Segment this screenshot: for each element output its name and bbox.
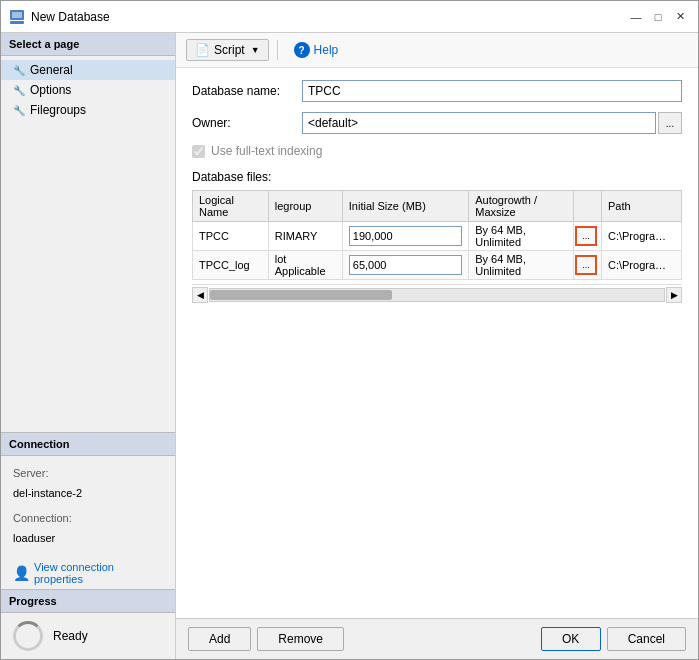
- nav-item-filegroups[interactable]: 🔧 Filegroups: [1, 100, 175, 120]
- server-label: Server: del-instance-2: [13, 464, 163, 504]
- fulltext-label: Use full-text indexing: [211, 144, 322, 158]
- dropdown-arrow-icon: ▼: [251, 45, 260, 55]
- right-panel: 📄 Script ▼ ? Help Database name:: [176, 33, 698, 659]
- script-label: Script: [214, 43, 245, 57]
- fulltext-checkbox[interactable]: [192, 145, 205, 158]
- dialog-body: Select a page 🔧 General 🔧 Options 🔧 File…: [1, 33, 698, 659]
- cancel-button[interactable]: Cancel: [607, 627, 686, 651]
- select-page-header: Select a page: [1, 33, 175, 56]
- nav-label-options: Options: [30, 83, 71, 97]
- person-icon: 👤: [13, 565, 30, 581]
- nav-item-options[interactable]: 🔧 Options: [1, 80, 175, 100]
- col-initial-size: Initial Size (MB): [342, 191, 468, 222]
- scroll-right-icon[interactable]: ▶: [666, 287, 682, 303]
- dialog-title: New Database: [31, 10, 110, 24]
- toolbar-divider: [277, 40, 278, 60]
- server-value: del-instance-2: [13, 487, 82, 499]
- progress-content: Ready: [1, 613, 175, 659]
- row1-size-input[interactable]: [349, 226, 462, 246]
- title-bar-left: New Database: [9, 9, 110, 25]
- owner-browse-button[interactable]: ...: [658, 112, 682, 134]
- db-files-table: Logical Name legroup Initial Size (MB) A…: [192, 190, 682, 280]
- add-button[interactable]: Add: [188, 627, 251, 651]
- close-button[interactable]: ✕: [670, 7, 690, 27]
- dialog-icon: [9, 9, 25, 25]
- table-row: TPCC_log lot Applicable By 64 MB, Unlimi…: [193, 251, 682, 280]
- wrench-icon-general: 🔧: [13, 65, 25, 76]
- owner-input[interactable]: [302, 112, 656, 134]
- connection-section: Connection Server: del-instance-2 Connec…: [1, 432, 175, 589]
- svg-rect-2: [12, 12, 22, 18]
- horizontal-scrollbar: ◀ ▶: [192, 284, 682, 305]
- add-remove-group: Add Remove: [188, 627, 344, 651]
- fulltext-checkbox-row: Use full-text indexing: [192, 144, 682, 158]
- row2-logical-name: TPCC_log: [193, 251, 269, 280]
- view-connection-properties-link[interactable]: 👤 View connection properties: [1, 557, 175, 589]
- row2-filegroup: lot Applicable: [268, 251, 342, 280]
- row1-browse-button[interactable]: ...: [575, 226, 597, 246]
- nav-item-general[interactable]: 🔧 General: [1, 60, 175, 80]
- row1-autogrowth: By 64 MB, Unlimited: [469, 222, 574, 251]
- bottom-buttons: Add Remove OK Cancel: [176, 618, 698, 659]
- db-name-row: Database name:: [192, 80, 682, 102]
- help-circle-icon: ?: [294, 42, 310, 58]
- wrench-icon-options: 🔧: [13, 85, 25, 96]
- new-database-dialog: New Database — □ ✕ Select a page 🔧 Gener…: [0, 0, 699, 660]
- row2-path: C:\Program Files\: [601, 251, 681, 280]
- db-files-label: Database files:: [192, 170, 682, 184]
- row2-browse-button[interactable]: ...: [575, 255, 597, 275]
- progress-status: Ready: [53, 629, 88, 643]
- col-filegroup: legroup: [268, 191, 342, 222]
- script-icon: 📄: [195, 43, 210, 57]
- progress-spinner: [13, 621, 43, 651]
- nav-items: 🔧 General 🔧 Options 🔧 Filegroups: [1, 56, 175, 124]
- row2-size-input[interactable]: [349, 255, 462, 275]
- main-content: Database name: Owner: ... Use full-text …: [176, 68, 698, 618]
- minimize-button[interactable]: —: [626, 7, 646, 27]
- nav-label-filegroups: Filegroups: [30, 103, 86, 117]
- nav-label-general: General: [30, 63, 73, 77]
- script-button[interactable]: 📄 Script ▼: [186, 39, 269, 61]
- view-props-label: View connection properties: [34, 561, 163, 585]
- scroll-thumb: [210, 290, 392, 300]
- left-panel: Select a page 🔧 General 🔧 Options 🔧 File…: [1, 33, 176, 659]
- col-path: Path: [601, 191, 681, 222]
- row2-initial-size[interactable]: [342, 251, 468, 280]
- connection-value: loaduser: [13, 532, 55, 544]
- svg-rect-1: [10, 21, 24, 24]
- row1-logical-name: TPCC: [193, 222, 269, 251]
- col-browse: [573, 191, 601, 222]
- help-label: Help: [314, 43, 339, 57]
- title-bar: New Database — □ ✕: [1, 1, 698, 33]
- help-button[interactable]: ? Help: [286, 39, 347, 61]
- scroll-left-icon[interactable]: ◀: [192, 287, 208, 303]
- connection-row: Connection: loaduser: [13, 509, 163, 549]
- db-name-label: Database name:: [192, 84, 302, 98]
- row1-filegroup: RIMARY: [268, 222, 342, 251]
- col-autogrowth: Autogrowth / Maxsize: [469, 191, 574, 222]
- row1-browse-cell[interactable]: ...: [573, 222, 601, 251]
- owner-row: Owner: ...: [192, 112, 682, 134]
- table-header-row: Logical Name legroup Initial Size (MB) A…: [193, 191, 682, 222]
- row1-initial-size[interactable]: [342, 222, 468, 251]
- col-logical-name: Logical Name: [193, 191, 269, 222]
- progress-section: Progress Ready: [1, 589, 175, 659]
- ok-button[interactable]: OK: [541, 627, 601, 651]
- row1-path: C:\Program Files\: [601, 222, 681, 251]
- row2-browse-cell[interactable]: ...: [573, 251, 601, 280]
- progress-header: Progress: [1, 589, 175, 613]
- owner-label: Owner:: [192, 116, 302, 130]
- toolbar: 📄 Script ▼ ? Help: [176, 33, 698, 68]
- scroll-track[interactable]: [209, 288, 665, 302]
- connection-header: Connection: [1, 432, 175, 456]
- table-row: TPCC RIMARY By 64 MB, Unlimited ... C:\P…: [193, 222, 682, 251]
- row2-autogrowth: By 64 MB, Unlimited: [469, 251, 574, 280]
- title-controls: — □ ✕: [626, 7, 690, 27]
- wrench-icon-filegroups: 🔧: [13, 105, 25, 116]
- remove-button[interactable]: Remove: [257, 627, 344, 651]
- maximize-button[interactable]: □: [648, 7, 668, 27]
- connection-info: Server: del-instance-2 Connection: loadu…: [1, 456, 175, 557]
- db-name-input[interactable]: [302, 80, 682, 102]
